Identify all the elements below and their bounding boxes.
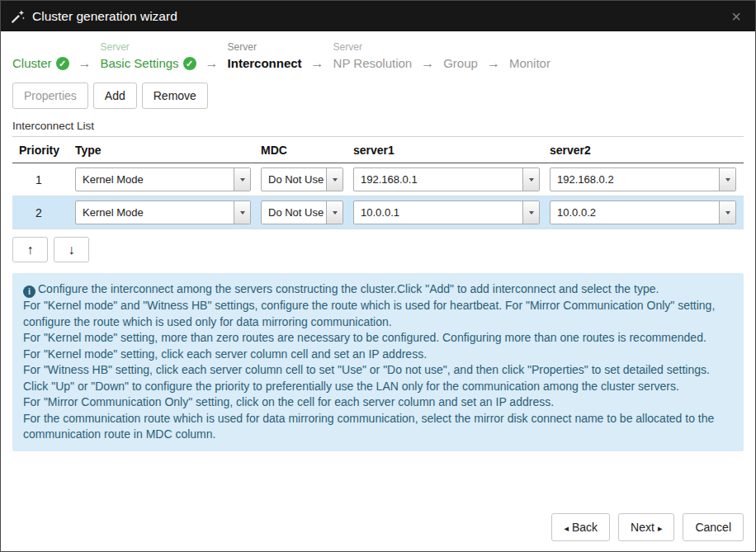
arrow-up-icon: ↑ <box>27 243 34 257</box>
next-button[interactable]: Next▸ <box>618 513 674 541</box>
back-arrow-icon: ◂ <box>564 523 569 533</box>
info-icon: i <box>23 285 35 298</box>
move-down-button[interactable]: ↓ <box>54 237 89 262</box>
step-label: NP Resolution <box>333 55 413 72</box>
info-text: Configure the interconnect among the ser… <box>38 282 659 295</box>
remove-button[interactable]: Remove <box>142 83 208 109</box>
step-label: Monitor <box>509 55 550 72</box>
info-text: For "Kernel mode" and "Witness HB" setti… <box>23 298 733 330</box>
info-text: For "Kernel mode" setting, more than zer… <box>23 330 733 347</box>
wizard-steps: Cluster✓ → Server Basic Settings✓ → Serv… <box>12 41 744 72</box>
step-label: Basic Settings <box>101 55 179 72</box>
info-text: For "Mirror Communication Only" setting,… <box>23 394 733 411</box>
properties-button[interactable]: Properties <box>12 83 88 109</box>
col-type: Type <box>75 144 251 157</box>
interconnect-table-header: Priority Type MDC server1 server2 <box>12 136 744 163</box>
move-up-button[interactable]: ↑ <box>12 237 48 262</box>
step-caption: Server <box>101 41 196 55</box>
window-title: Cluster generation wizard <box>32 9 177 24</box>
title-bar: Cluster generation wizard × <box>1 1 755 31</box>
step-interconnect[interactable]: Server Interconnect <box>228 41 302 72</box>
chevron-down-icon <box>326 168 343 191</box>
cluster-generation-wizard-dialog: Cluster generation wizard × Cluster✓ → S… <box>0 0 756 552</box>
wizard-wand-icon <box>10 9 25 24</box>
add-button[interactable]: Add <box>93 83 137 109</box>
server1-select[interactable]: 192.168.0.1 <box>353 167 540 191</box>
step-label: Group <box>443 55 478 72</box>
server1-select[interactable]: 10.0.0.1 <box>353 201 540 224</box>
mdc-select[interactable]: Do Not Use <box>261 167 343 191</box>
arrow-right-icon: → <box>487 56 500 72</box>
next-arrow-icon: ▸ <box>658 523 663 533</box>
interconnect-row-1[interactable]: 1 Kernel Mode Do Not Use 192.168.0.1 192… <box>12 163 744 196</box>
step-label: Cluster <box>12 55 52 72</box>
step-np-resolution[interactable]: Server NP Resolution <box>333 41 413 72</box>
step-group[interactable]: Group <box>443 41 478 72</box>
info-text: For "Witness HB" setting, click each ser… <box>23 362 733 379</box>
step-caption: Server <box>228 41 302 55</box>
check-icon: ✓ <box>183 57 196 70</box>
chevron-down-icon <box>719 201 735 224</box>
arrow-down-icon: ↓ <box>69 243 75 257</box>
step-basic-settings[interactable]: Server Basic Settings✓ <box>101 41 196 72</box>
col-priority: Priority <box>12 144 65 157</box>
step-caption <box>509 41 550 55</box>
col-mdc: MDC <box>261 144 343 157</box>
close-icon: × <box>731 7 741 26</box>
chevron-down-icon <box>234 168 250 191</box>
info-text: For the communication route which is use… <box>23 411 733 443</box>
col-server1: server1 <box>353 144 540 157</box>
info-text: Click "Up" or "Down" to configure the pr… <box>23 379 733 395</box>
priority-controls: ↑ ↓ <box>12 237 744 262</box>
toolbar: Properties Add Remove <box>12 83 744 109</box>
chevron-down-icon <box>234 201 250 224</box>
cancel-button[interactable]: Cancel <box>683 513 744 541</box>
footer-buttons: ◂Back Next▸ Cancel <box>12 503 744 541</box>
back-button[interactable]: ◂Back <box>551 513 610 541</box>
arrow-right-icon: → <box>421 56 434 72</box>
step-monitor[interactable]: Monitor <box>509 41 550 72</box>
dialog-body: Cluster✓ → Server Basic Settings✓ → Serv… <box>1 31 755 551</box>
mdc-select[interactable]: Do Not Use <box>261 201 343 224</box>
arrow-right-icon: → <box>206 56 219 72</box>
step-caption <box>12 41 69 55</box>
arrow-right-icon: → <box>311 56 324 72</box>
step-caption <box>443 41 478 55</box>
step-caption: Server <box>333 41 413 55</box>
priority-cell: 1 <box>12 173 65 186</box>
server2-select[interactable]: 10.0.0.2 <box>550 201 736 224</box>
col-server2: server2 <box>550 144 736 157</box>
arrow-right-icon: → <box>78 56 92 72</box>
close-button[interactable]: × <box>726 7 746 26</box>
priority-cell: 2 <box>12 206 65 219</box>
check-icon: ✓ <box>56 57 69 70</box>
chevron-down-icon <box>326 201 343 224</box>
interconnect-row-2[interactable]: 2 Kernel Mode Do Not Use 10.0.0.1 10.0.0… <box>12 196 744 229</box>
type-select[interactable]: Kernel Mode <box>75 167 251 191</box>
info-panel: iConfigure the interconnect among the se… <box>12 273 744 451</box>
chevron-down-icon <box>719 168 735 191</box>
info-text: For "Kernel mode" setting, click each se… <box>23 347 733 363</box>
type-select[interactable]: Kernel Mode <box>75 201 251 224</box>
chevron-down-icon <box>522 201 539 224</box>
step-label: Interconnect <box>228 55 302 72</box>
step-cluster[interactable]: Cluster✓ <box>12 41 69 72</box>
chevron-down-icon <box>522 168 539 191</box>
server2-select[interactable]: 192.168.0.2 <box>550 167 736 191</box>
interconnect-list-title: Interconnect List <box>12 120 744 132</box>
